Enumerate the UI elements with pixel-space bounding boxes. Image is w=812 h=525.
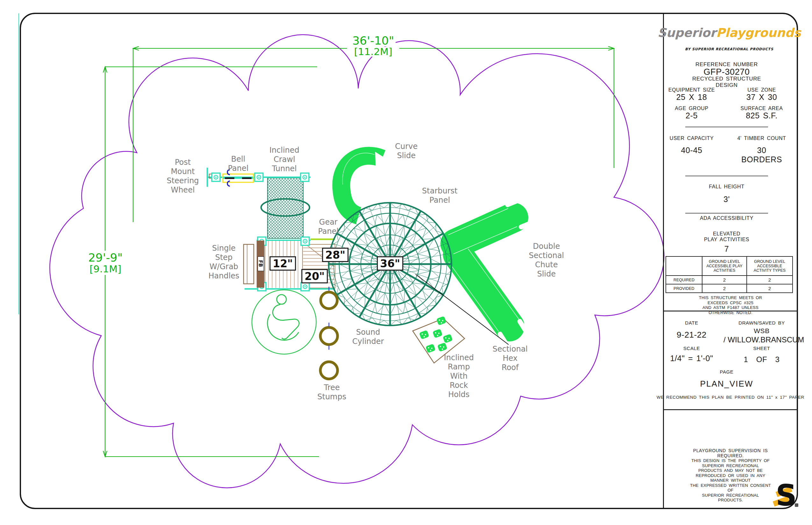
brand-logo: SuperiorPlaygrounds: [657, 27, 801, 39]
dimension-height-metric: [9.1M]: [88, 264, 123, 274]
label-hex-roof: Sectional Hex Roof: [493, 345, 528, 372]
deck-height-28: 28": [322, 248, 348, 262]
user-capacity-label: USER CAPACITY: [670, 136, 714, 141]
ada-col2-header: GROUND LEVEL ACCESSIBLE ACTIVITY TYPES: [747, 256, 793, 275]
drawn-by-value: WSB: [754, 327, 770, 335]
label-rock-ramp: Inclined Ramp With Rock Holds: [444, 353, 474, 399]
cpsc-note: THIS STRUCTURE MEETS OR EXCEEDS CPSC #32…: [690, 295, 771, 315]
page-label: PAGE: [720, 369, 734, 375]
divider: [685, 176, 768, 176]
label-curve-slide: Curve Slide: [395, 142, 418, 160]
brand-primary: Superior: [657, 26, 716, 40]
ada-title: ADA ACCESSIBILITY: [700, 215, 753, 221]
label-starburst-panel: Starburst Panel: [422, 186, 457, 205]
date-label: DATE: [685, 320, 698, 326]
surface-area-value: 825 S.F.: [746, 111, 778, 120]
use-zone-value: 37 X 30: [746, 93, 777, 102]
date-value: 9-21-22: [677, 330, 707, 340]
elevated-activities-count: 7: [724, 244, 729, 254]
ada-col1-header: GROUND LEVEL ACCESSIBLE PLAY ACTIVITIES: [702, 256, 747, 275]
label-double-slide: Double Sectional Chute Slide: [529, 242, 564, 279]
label-sound-cylinder: Sound Cylinder: [352, 328, 384, 346]
label-steering-wheel: Post Mount Steering Wheel: [166, 158, 199, 195]
ada-required-activities: 2: [702, 275, 747, 284]
drawn-by-full-value: / WILLOW.BRANSCUM: [724, 335, 804, 344]
s-mark-dot: [795, 504, 798, 507]
label-bell-panel: Bell Panel: [228, 155, 249, 173]
label-gear-panel: Gear Panel: [318, 217, 339, 236]
dimension-width-metric: [11.2M]: [352, 47, 394, 57]
divider-full: [664, 311, 797, 312]
sheet-value: 1 OF 3: [744, 355, 780, 364]
scale-label: SCALE: [683, 346, 700, 351]
deck-height-20: 20": [301, 269, 328, 284]
scale-value: 1/4" = 1'-0": [670, 354, 713, 363]
dimension-width: 36'-10": [351, 35, 395, 46]
label-tree-stumps: Tree Stumps: [318, 383, 346, 402]
page-value: PLAN_VIEW: [700, 379, 753, 389]
reference-design: RECYCLED STRUCTURE DESIGN: [684, 76, 769, 88]
deck-height-36: 36": [377, 256, 403, 271]
age-group-value: 2-5: [685, 111, 698, 120]
ada-required-label: REQUIRED: [666, 275, 702, 284]
equipment-size-value: 25 X 18: [676, 93, 707, 102]
plan-sheet: 36'-10" [11.2M] 29'-9" [9.1M] Post Mount…: [0, 0, 812, 525]
user-capacity-value: 40-45: [681, 146, 702, 155]
ada-provided-label: PROVIDED: [666, 284, 702, 293]
ada-table: GROUND LEVEL ACCESSIBLE PLAY ACTIVITIES …: [666, 256, 793, 293]
divider-full: [664, 409, 797, 410]
fall-height-label: FALL HEIGHT: [709, 184, 744, 190]
ada-table-corner: [666, 256, 702, 275]
equipment-size-label: EQUIPMENT SIZE: [668, 87, 715, 93]
drawn-by-label: DRAWN/SAVED BY: [738, 320, 785, 326]
fb-marker-text: FB: [258, 260, 263, 267]
dimension-height: 29'-9": [87, 252, 124, 264]
divider: [685, 126, 768, 127]
sheet-label: SHEET: [753, 346, 770, 351]
surface-area-label: SURFACE AREA: [741, 106, 783, 111]
print-note: WE RECOMMEND THIS PLAN BE PRINTED ON 11"…: [657, 395, 804, 400]
elevated-activities-label: ELEVATED PLAY ACTIVITIES: [704, 231, 749, 243]
use-zone-label: USE ZONE: [748, 87, 776, 93]
reference-label: REFERENCE NUMBER: [695, 61, 758, 68]
supervision-note: PLAYGROUND SUPERVISION IS REQUIRED.: [690, 448, 771, 458]
timber-count-label: 4' TIMBER COUNT: [738, 136, 786, 141]
brand-secondary: Playgrounds: [716, 26, 801, 40]
label-crawl-tunnel: Inclined Crawl Tunnel: [270, 146, 299, 174]
ada-required-types: 2: [747, 275, 793, 284]
property-note: THIS DESIGN IS THE PROPERTY OF SUPERIOR …: [690, 458, 771, 503]
s-mark: S: [776, 481, 797, 510]
ada-provided-activities: 2: [702, 284, 747, 293]
titleblock-divider: [663, 13, 664, 508]
age-group-label: AGE GROUP: [675, 106, 708, 111]
label-single-step: Single Step W/Grab Handles: [208, 244, 239, 281]
brand-tagline: BY SUPERIOR RECREATIONAL PRODUCTS: [685, 47, 773, 51]
deck-height-12: 12": [270, 256, 296, 271]
fall-height-value: 3': [724, 195, 730, 204]
ada-provided-types: 2: [747, 284, 793, 293]
divider: [685, 213, 768, 213]
timber-count-value: 30 BORDERS: [737, 146, 787, 164]
